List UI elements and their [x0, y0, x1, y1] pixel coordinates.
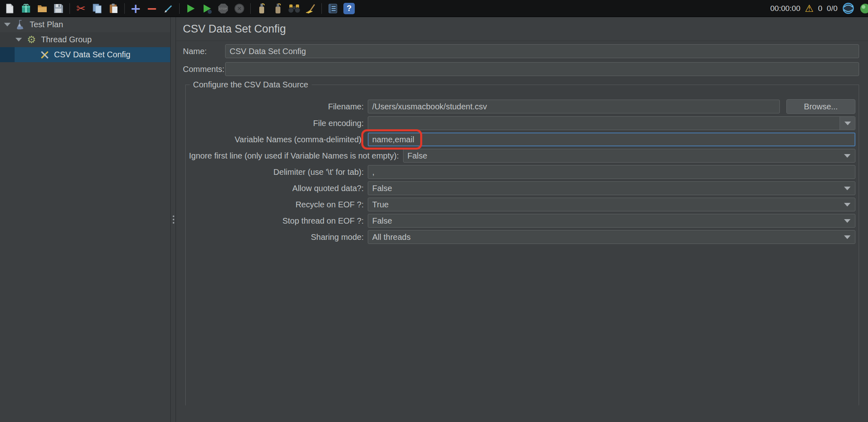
- toggle-pencil-icon: [163, 3, 174, 14]
- stop-label: STOP: [219, 7, 228, 10]
- name-label: Name:: [183, 47, 225, 56]
- test-plan-icon: [15, 19, 26, 30]
- remote-stop-all-button[interactable]: [270, 1, 286, 16]
- broom-icon: [305, 3, 316, 14]
- save-icon: [53, 3, 64, 14]
- chevron-down-icon[interactable]: [840, 117, 855, 130]
- tree-item-label: Thread Group: [41, 35, 92, 44]
- minus-icon: −: [147, 2, 158, 15]
- copy-icon: [92, 3, 102, 14]
- sharing-mode-select[interactable]: All threads: [368, 230, 855, 244]
- recycle-select[interactable]: True: [368, 198, 855, 211]
- threads-globe-icon: [842, 2, 855, 15]
- tree-item-label: CSV Data Set Config: [54, 50, 130, 59]
- tree-item-thread-group[interactable]: ⚙ Thread Group: [0, 32, 170, 47]
- save-button[interactable]: [50, 1, 67, 16]
- browse-button[interactable]: Browse...: [786, 99, 855, 114]
- remote-start-all-button[interactable]: [254, 1, 270, 16]
- recycle-value: True: [368, 198, 840, 211]
- start-button[interactable]: [182, 1, 199, 16]
- toolbar: ✂ + − STOP ✕ ?: [0, 0, 868, 17]
- expand-all-button[interactable]: +: [128, 1, 144, 16]
- test-plan-tree: Test Plan ⚙ Thread Group CSV Data Set Co…: [0, 17, 171, 422]
- shutdown-x-icon: ✕: [237, 5, 242, 11]
- collapse-all-button[interactable]: −: [144, 1, 160, 16]
- quoted-data-row: Allow quoted data?: False: [189, 181, 855, 195]
- start-no-pauses-button[interactable]: [199, 1, 215, 16]
- templates-button[interactable]: [18, 1, 34, 16]
- name-value: CSV Data Set Config: [230, 47, 306, 56]
- file-encoding-value: [368, 117, 840, 130]
- quoted-data-select[interactable]: False: [368, 181, 855, 195]
- search-button[interactable]: [286, 1, 302, 16]
- filename-value: /Users/xusmacbook/student.csv: [372, 102, 487, 111]
- open-file-icon: [37, 3, 48, 14]
- group-title: Configure the CSV Data Source: [190, 80, 312, 89]
- thread-count: 0/0: [827, 4, 838, 13]
- variable-names-row: Variable Names (comma-delimited): name,e…: [189, 133, 855, 146]
- remote-stop-icon: [273, 3, 283, 14]
- delimiter-input[interactable]: ,: [368, 165, 855, 179]
- new-file-button[interactable]: [2, 1, 18, 16]
- csv-source-group: Configure the CSV Data Source Filename: …: [185, 80, 859, 405]
- function-helper-icon: [328, 3, 338, 14]
- chevron-down-icon[interactable]: [4, 23, 11, 26]
- variable-names-input[interactable]: name,email: [368, 133, 855, 146]
- chevron-down-icon[interactable]: [15, 38, 22, 41]
- chevron-down-icon: [840, 182, 855, 195]
- error-count: 0: [818, 4, 822, 13]
- elapsed-time: 00:00:00: [770, 4, 801, 13]
- toolbar-separator: [250, 3, 251, 14]
- search-binoculars-icon: [288, 3, 300, 14]
- sharing-mode-label: Sharing mode:: [189, 233, 368, 242]
- panel-header: CSV Data Set Config: [176, 20, 868, 41]
- toolbar-separator: [69, 3, 70, 14]
- variable-names-label: Variable Names (comma-delimited):: [189, 135, 368, 144]
- toolbar-separator: [179, 3, 180, 14]
- filename-input[interactable]: /Users/xusmacbook/student.csv: [368, 100, 780, 113]
- stop-thread-value: False: [368, 214, 840, 227]
- csv-dataset-icon: [39, 49, 50, 60]
- tree-item-label: Test Plan: [30, 20, 63, 29]
- comments-input[interactable]: [225, 62, 859, 76]
- help-glyph: ?: [347, 4, 352, 13]
- shutdown-button[interactable]: ✕: [231, 1, 247, 16]
- ignore-first-line-row: Ignore first line (only used if Variable…: [189, 149, 855, 163]
- stop-thread-select[interactable]: False: [368, 214, 855, 228]
- ignore-first-line-select[interactable]: False: [403, 149, 855, 163]
- stop-thread-row: Stop thread on EOF ?: False: [189, 214, 855, 228]
- chevron-down-icon: [840, 214, 855, 227]
- scissors-icon: ✂: [76, 3, 86, 14]
- name-row: Name: CSV Data Set Config: [183, 44, 859, 58]
- sharing-mode-value: All threads: [368, 231, 840, 244]
- tree-item-csv-data-set-config[interactable]: CSV Data Set Config: [0, 47, 170, 62]
- file-encoding-row: File encoding:: [189, 116, 855, 130]
- open-file-button[interactable]: [34, 1, 50, 16]
- paste-button[interactable]: [105, 1, 122, 16]
- stop-button[interactable]: STOP: [215, 1, 231, 16]
- panel-splitter[interactable]: [171, 17, 176, 422]
- toolbar-separator: [321, 3, 322, 14]
- jmeter-window: { "glyphs": { "plus": "+", "minus": "−",…: [0, 0, 868, 422]
- filename-row: Filename: /Users/xusmacbook/student.csv …: [189, 99, 855, 114]
- cut-button[interactable]: ✂: [73, 1, 89, 16]
- chevron-down-icon: [840, 231, 855, 244]
- tree-item-test-plan[interactable]: Test Plan: [0, 17, 170, 32]
- copy-button[interactable]: [89, 1, 105, 16]
- help-icon: ?: [343, 3, 355, 14]
- delimiter-label: Delimiter (use '\t' for tab):: [189, 167, 368, 177]
- delimiter-row: Delimiter (use '\t' for tab): ,: [189, 165, 855, 179]
- file-encoding-select[interactable]: [368, 116, 855, 130]
- warning-icon[interactable]: ⚠: [805, 4, 814, 13]
- new-file-icon: [4, 3, 15, 14]
- clear-all-button[interactable]: [302, 1, 319, 16]
- user-icon: [859, 2, 868, 15]
- name-input[interactable]: CSV Data Set Config: [225, 44, 859, 58]
- plus-icon: +: [130, 2, 141, 15]
- comments-row: Comments:: [183, 62, 859, 76]
- function-helper-button[interactable]: [325, 1, 341, 16]
- toggle-button[interactable]: [160, 1, 176, 16]
- splitter-grip-dot: [173, 219, 174, 220]
- paste-icon: [108, 3, 119, 14]
- help-button[interactable]: ?: [341, 1, 357, 16]
